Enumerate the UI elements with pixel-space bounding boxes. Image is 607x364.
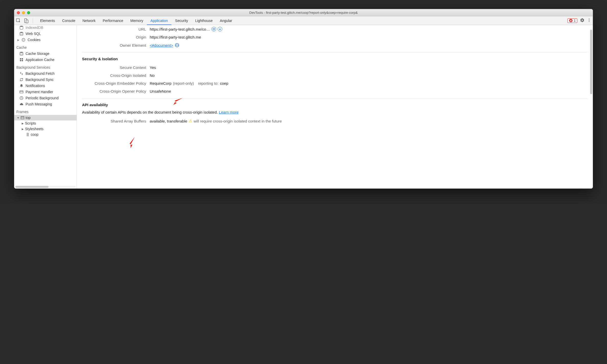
- frame-stylesheets[interactable]: ▶Stylesheets: [14, 126, 77, 132]
- sidebar-item-periodic[interactable]: Periodic Background: [14, 95, 77, 101]
- svg-point-5: [589, 21, 590, 22]
- window-title: DevTools - first-party-test.glitch.me/co…: [14, 11, 593, 15]
- svg-point-3: [589, 19, 590, 19]
- card-icon: [19, 90, 24, 94]
- coep-label: Cross-Origin Embedder Policy: [82, 81, 150, 86]
- sidebar: IndexedDB Web SQL ▶ Cookies Cache Cache …: [14, 25, 77, 188]
- api-description: Availability of certain APIs depends on …: [82, 110, 587, 117]
- learn-more-link[interactable]: Learn more: [219, 110, 239, 114]
- window-controls: [17, 11, 30, 14]
- sidebar-item-bg-fetch[interactable]: Background Fetch: [14, 70, 77, 77]
- window-icon: [20, 116, 25, 120]
- sidebar-item-bg-sync[interactable]: Background Sync: [14, 77, 77, 83]
- sab-value: available, transferable: [150, 119, 187, 123]
- error-count: 1: [574, 19, 576, 22]
- grid-icon: [19, 58, 24, 62]
- coi-label: Cross-Origin Isolated: [82, 73, 150, 78]
- tab-bar: Elements Console Network Performance Mem…: [14, 16, 593, 25]
- devtools-window: DevTools - first-party-test.glitch.me/co…: [14, 9, 593, 189]
- tab-security[interactable]: Security: [171, 16, 192, 25]
- sab-warning: will require cross-origin isolated conte…: [194, 119, 282, 123]
- svg-point-9: [23, 39, 23, 40]
- expand-caret-icon: ▶: [17, 39, 19, 41]
- bell-icon: [19, 84, 24, 88]
- database-icon: [19, 26, 24, 30]
- sidebar-item-websql[interactable]: Web SQL: [14, 31, 77, 37]
- sidebar-group-cache: Cache: [14, 43, 77, 51]
- sidebar-scrollbar[interactable]: [15, 186, 76, 188]
- sidebar-group-frames: Frames: [14, 107, 77, 115]
- tab-application[interactable]: Application: [147, 16, 172, 25]
- coep-report-prefix: reporting to:: [198, 81, 218, 86]
- file-icon: [26, 132, 30, 137]
- settings-gear-icon[interactable]: [580, 18, 585, 23]
- svg-rect-16: [22, 60, 23, 61]
- svg-rect-15: [20, 60, 21, 61]
- svg-point-12: [20, 52, 23, 53]
- minimize-window-button[interactable]: [22, 11, 25, 14]
- coep-mode: (report-only): [173, 81, 194, 86]
- svg-rect-17: [20, 91, 23, 93]
- error-count-badge[interactable]: 1: [567, 18, 577, 23]
- frame-top[interactable]: ▼ top: [14, 115, 77, 120]
- close-window-button[interactable]: [17, 11, 20, 14]
- svg-rect-13: [20, 58, 21, 59]
- coop-value: UnsafeNone: [150, 89, 171, 93]
- device-toggle-icon[interactable]: [24, 18, 29, 23]
- tab-elements[interactable]: Elements: [37, 16, 59, 25]
- caret-down-icon: ▼: [17, 116, 19, 119]
- caret-right-icon: ▶: [21, 122, 24, 125]
- frame-coop[interactable]: coop: [14, 132, 77, 137]
- tab-lighthouse[interactable]: Lighthouse: [192, 16, 216, 25]
- svg-rect-14: [22, 58, 23, 59]
- copy-icon[interactable]: [212, 27, 216, 31]
- sidebar-group-bgservices: Background Services: [14, 63, 77, 70]
- secure-context-label: Secure Context: [82, 65, 150, 70]
- tab-memory[interactable]: Memory: [127, 16, 147, 25]
- svg-rect-2: [26, 20, 28, 23]
- panel-tabs: Elements Console Network Performance Mem…: [37, 16, 236, 25]
- svg-rect-20: [213, 28, 215, 30]
- inspect-icon[interactable]: [16, 18, 21, 23]
- security-section-title: Security & Isolation: [82, 53, 587, 64]
- sab-label: Shared Array Buffers: [82, 119, 150, 123]
- code-icon[interactable]: [175, 43, 179, 47]
- reveal-icon[interactable]: [218, 27, 222, 31]
- zoom-window-button[interactable]: [27, 11, 30, 14]
- coep-value: RequireCorp: [150, 81, 171, 86]
- api-section-title: API availablity: [82, 99, 587, 110]
- sidebar-item-cache-storage[interactable]: Cache Storage: [14, 51, 77, 57]
- cookie-icon: [21, 38, 26, 42]
- annotation-arrow-2: [125, 135, 140, 150]
- frame-details-pane: URL https://first-party-test.glitch.me/c…: [77, 25, 593, 188]
- sidebar-item-indexeddb[interactable]: IndexedDB: [14, 26, 77, 31]
- owner-element-link[interactable]: <#document>: [150, 43, 173, 47]
- database-icon: [19, 52, 24, 56]
- sidebar-item-payment[interactable]: Payment Handler: [14, 89, 77, 95]
- tab-angular[interactable]: Angular: [216, 16, 236, 25]
- fetch-icon: [19, 71, 24, 76]
- sidebar-item-app-cache[interactable]: Application Cache: [14, 57, 77, 63]
- more-menu-icon[interactable]: [587, 18, 591, 23]
- tab-performance[interactable]: Performance: [99, 16, 127, 25]
- cloud-icon: [19, 102, 24, 106]
- sidebar-item-notifications[interactable]: Notifications: [14, 83, 77, 89]
- tab-network[interactable]: Network: [79, 16, 99, 25]
- warning-icon: ⚠: [189, 119, 192, 123]
- url-label: URL: [82, 27, 150, 31]
- svg-point-7: [20, 32, 23, 33]
- titlebar: DevTools - first-party-test.glitch.me/co…: [14, 9, 593, 16]
- coi-value: No: [150, 73, 155, 78]
- sync-icon: [19, 78, 24, 82]
- sidebar-item-cookies[interactable]: ▶ Cookies: [14, 37, 77, 43]
- clock-icon: [19, 96, 24, 100]
- svg-point-8: [22, 38, 25, 41]
- frame-scripts[interactable]: ▶Scripts: [14, 120, 77, 126]
- svg-point-11: [23, 40, 24, 41]
- coop-label: Cross-Origin Opener Policy: [82, 89, 150, 93]
- content-scrollbar[interactable]: [590, 26, 592, 187]
- svg-point-6: [20, 26, 23, 27]
- tab-console[interactable]: Console: [59, 16, 79, 25]
- secure-context-value: Yes: [150, 65, 156, 70]
- sidebar-item-push[interactable]: Push Messaging: [14, 101, 77, 107]
